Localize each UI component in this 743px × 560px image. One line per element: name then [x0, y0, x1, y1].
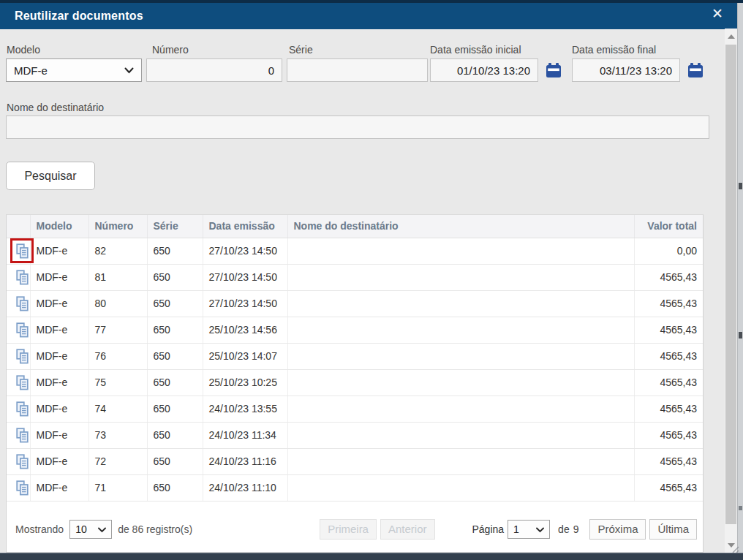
- calendar-icon-final[interactable]: [687, 63, 704, 78]
- table-row: MDF-e7265024/10/23 11:164565,43: [7, 448, 703, 474]
- cell-modelo: MDF-e: [30, 369, 88, 396]
- cell-data-emissao: 25/10/23 10:25: [203, 369, 287, 396]
- last-page-button[interactable]: Última: [649, 519, 697, 540]
- copy-document-icon[interactable]: [12, 372, 31, 393]
- copy-document-icon[interactable]: [12, 477, 31, 498]
- results-table: Modelo Número Série Data emissão Nome do…: [6, 214, 704, 553]
- table-body: MDF-e8265027/10/23 14:500,00MDF-e8165027…: [7, 238, 703, 501]
- chevron-down-icon: [536, 523, 544, 535]
- cell-data-emissao: 25/10/23 14:07: [203, 343, 287, 369]
- modelo-select[interactable]: MDF-e: [6, 58, 142, 82]
- destinatario-label: Nome do destinatário: [7, 102, 104, 113]
- cell-data-emissao: 25/10/23 14:56: [203, 317, 287, 343]
- column-header-data-emissao: Data emissão: [203, 215, 287, 238]
- first-page-button[interactable]: Primeira: [320, 519, 377, 540]
- cell-numero: 73: [88, 422, 147, 448]
- cell-data-emissao: 24/10/23 11:10: [203, 474, 287, 501]
- page-label: Página: [472, 523, 505, 535]
- cell-destinatario: [287, 422, 634, 448]
- cell-destinatario: [287, 343, 634, 369]
- cell-serie: 650: [147, 448, 203, 474]
- cell-data-emissao: 24/10/23 11:16: [203, 448, 287, 474]
- cell-valor-total: 4565,43: [634, 343, 703, 369]
- copy-document-icon[interactable]: [12, 346, 31, 366]
- copy-document-icon[interactable]: [12, 425, 31, 445]
- dialog-titlebar: Reutilizar documentos: [0, 3, 737, 29]
- cell-valor-total: 4565,43: [634, 448, 703, 474]
- column-header-serie: Série: [147, 215, 203, 238]
- cell-serie: 650: [147, 369, 203, 396]
- copy-document-icon[interactable]: [12, 293, 31, 314]
- scroll-up-icon[interactable]: [725, 30, 737, 42]
- cell-numero: 80: [88, 290, 147, 317]
- cell-modelo: MDF-e: [30, 448, 88, 474]
- next-page-button[interactable]: Próxima: [589, 519, 646, 540]
- dialog-title: Reutilizar documentos: [0, 10, 143, 23]
- cell-serie: 650: [147, 474, 203, 501]
- table-header-row: Modelo Número Série Data emissão Nome do…: [7, 215, 703, 238]
- data-final-label: Data emissão final: [572, 44, 656, 56]
- total-pages-value: 9: [573, 523, 579, 535]
- page-bottom-edge: [0, 553, 743, 560]
- chevron-down-icon: [124, 67, 134, 74]
- table-row: MDF-e8265027/10/23 14:500,00: [7, 238, 703, 264]
- cell-numero: 71: [88, 474, 147, 501]
- table-footer: Mostrando 10 de 86 registro(s) Primeira …: [7, 506, 703, 552]
- modelo-label: Modelo: [7, 44, 40, 56]
- cell-modelo: MDF-e: [30, 474, 88, 501]
- copy-document-icon[interactable]: [12, 267, 31, 287]
- current-page-value: 1: [513, 523, 519, 535]
- cell-valor-total: 4565,43: [634, 264, 703, 290]
- calendar-icon-inicial[interactable]: [546, 63, 562, 78]
- vertical-scrollbar[interactable]: [725, 29, 737, 553]
- table-row: MDF-e7465024/10/23 13:554565,43: [7, 396, 703, 422]
- cell-destinatario: [287, 448, 634, 474]
- close-icon[interactable]: ✕: [708, 4, 727, 23]
- column-header-destinatario: Nome do destinatário: [287, 215, 634, 238]
- cell-numero: 77: [88, 317, 147, 343]
- modelo-select-value: MDF-e: [14, 64, 48, 77]
- table-row: MDF-e7565025/10/23 10:254565,43: [7, 369, 703, 396]
- page-size-select[interactable]: 10: [69, 520, 112, 539]
- cell-valor-total: 4565,43: [634, 474, 703, 501]
- cell-data-emissao: 24/10/23 13:55: [203, 396, 287, 422]
- column-header-numero: Número: [88, 215, 147, 238]
- cell-modelo: MDF-e: [30, 238, 88, 264]
- destinatario-input[interactable]: [6, 116, 709, 139]
- cell-modelo: MDF-e: [30, 290, 88, 317]
- table-row: MDF-e8065027/10/23 14:504565,43: [7, 290, 703, 317]
- cell-serie: 650: [147, 422, 203, 448]
- table-row: MDF-e7665025/10/23 14:074565,43: [7, 343, 703, 369]
- prev-page-button[interactable]: Anterior: [380, 519, 435, 540]
- cell-modelo: MDF-e: [30, 343, 88, 369]
- search-button[interactable]: Pesquisar: [6, 162, 95, 190]
- table-row: MDF-e7765025/10/23 14:564565,43: [7, 317, 703, 343]
- cell-data-emissao: 24/10/23 11:34: [203, 422, 287, 448]
- cell-numero: 72: [88, 448, 147, 474]
- cell-valor-total: 4565,43: [634, 317, 703, 343]
- cell-modelo: MDF-e: [30, 317, 88, 343]
- copy-document-icon[interactable]: [12, 398, 31, 419]
- cell-modelo: MDF-e: [30, 396, 88, 422]
- table-row: MDF-e7365024/10/23 11:344565,43: [7, 422, 703, 448]
- cell-serie: 650: [147, 238, 203, 264]
- scrollbar-thumb[interactable]: [725, 45, 736, 524]
- page-size-group: Mostrando 10 de 86 registro(s): [15, 506, 192, 552]
- serie-input[interactable]: [287, 58, 428, 82]
- cell-serie: 650: [147, 343, 203, 369]
- numero-input[interactable]: [146, 58, 282, 82]
- copy-document-icon-highlighted[interactable]: [12, 241, 31, 261]
- cell-destinatario: [287, 238, 634, 264]
- data-inicial-input[interactable]: [430, 58, 538, 82]
- cell-numero: 81: [88, 264, 147, 290]
- copy-document-icon[interactable]: [12, 451, 31, 472]
- cell-valor-total: 4565,43: [634, 422, 703, 448]
- current-page-select[interactable]: 1: [508, 520, 550, 539]
- data-inicial-label: Data emissão inicial: [430, 44, 521, 56]
- data-final-input[interactable]: [572, 58, 680, 82]
- cell-serie: 650: [147, 264, 203, 290]
- column-header-icon: [7, 215, 30, 238]
- records-count-text: de 86 registro(s): [118, 523, 192, 535]
- cell-destinatario: [287, 317, 634, 343]
- copy-document-icon[interactable]: [12, 319, 31, 340]
